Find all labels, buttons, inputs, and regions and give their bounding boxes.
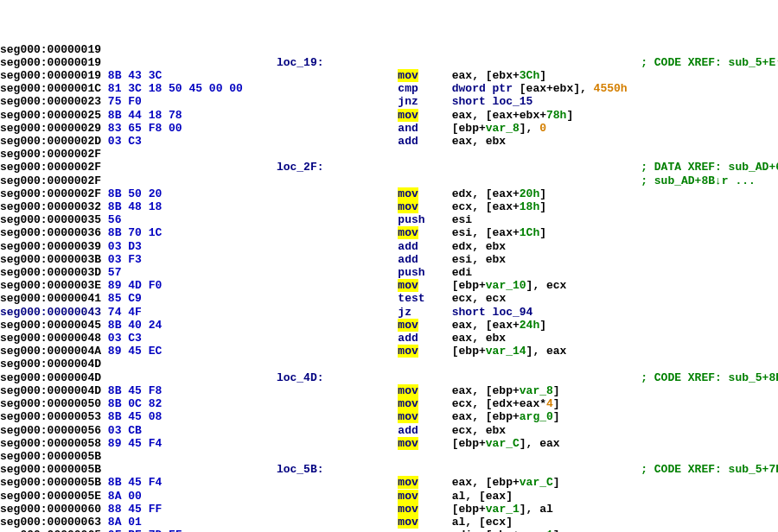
mnemonic: mov [398, 226, 418, 239]
opcode-bytes [108, 174, 277, 187]
disasm-line: seg000:00000048 03 C3 add eax, ebx [0, 332, 778, 345]
operand: [ [452, 503, 459, 516]
operand: eax [546, 345, 566, 358]
operand: ebp [459, 279, 479, 292]
operand: + [513, 109, 520, 122]
mnemonic: push [398, 213, 424, 226]
disasm-line: seg000:00000023 75 F0 jnz short loc_15 [0, 95, 778, 108]
operand: ebp [493, 529, 513, 532]
address: seg000:00000060 [0, 503, 101, 516]
disasm-line: seg000:00000032 8B 48 18 mov ecx, [eax+1… [0, 200, 778, 213]
operand: , [ [472, 187, 492, 200]
address: seg000:00000019 [0, 43, 101, 56]
operand: + [513, 69, 520, 82]
operand: eax [486, 490, 506, 503]
operand: ebx [493, 69, 513, 82]
address: seg000:0000002F [0, 148, 101, 161]
opcode-bytes: 57 [108, 266, 277, 279]
mnemonic: test [398, 292, 424, 305]
opcode-bytes: 8B 45 F4 [108, 476, 277, 489]
opcode-bytes: 83 65 F8 00 [108, 122, 277, 135]
opcode-bytes: 89 45 F4 [108, 437, 277, 450]
xref-comment: ; sub_AD+8B↓r ... [641, 174, 756, 187]
opcode-bytes: 03 C3 [108, 332, 277, 345]
operand: ] [539, 319, 546, 332]
address: seg000:00000032 [0, 200, 101, 213]
disasm-line: seg000:0000004A 89 45 EC mov [ebp+var_14… [0, 345, 778, 358]
mnemonic: mov [398, 397, 418, 410]
operand: 3Ch [520, 69, 539, 82]
address: seg000:00000039 [0, 240, 101, 253]
address: seg000:0000004D [0, 384, 101, 397]
code-label: loc_5B: [277, 463, 398, 476]
operand: eax [452, 384, 472, 397]
address: seg000:0000004D [0, 371, 101, 384]
disasm-line: seg000:0000003D 57 push edi [0, 266, 778, 279]
mnemonic: mov [398, 476, 418, 489]
operand: var_8 [486, 122, 520, 135]
code-label: loc_4D: [277, 371, 398, 384]
mnemonic: mov [398, 503, 418, 516]
operand: eax [452, 319, 472, 332]
operand: + [513, 529, 520, 532]
opcode-bytes [108, 43, 277, 56]
disassembly-listing: seg000:00000019 seg000:00000019 loc_19: … [0, 43, 778, 532]
address: seg000:00000053 [0, 410, 101, 423]
mnemonic: mov [398, 516, 418, 529]
mnemonic: mov [398, 384, 418, 397]
operand: ] [553, 397, 560, 410]
operand: , [ [472, 69, 492, 82]
disasm-line: seg000:0000002D 03 C3 add eax, ebx [0, 135, 778, 148]
mnemonic: add [398, 240, 418, 253]
address: seg000:00000023 [0, 95, 101, 108]
operand: var_C [520, 476, 553, 489]
operand: ebx [553, 82, 573, 95]
opcode-bytes: 03 C3 [108, 135, 277, 148]
operand: 24h [520, 319, 539, 332]
disasm-line: seg000:00000025 8B 44 18 78 mov eax, [ea… [0, 109, 778, 122]
opcode-bytes [108, 450, 277, 463]
opcode-bytes: 88 45 FF [108, 503, 277, 516]
opcode-bytes: 8B 70 1C [108, 226, 277, 239]
disasm-line: seg000:0000003E 89 4D F0 mov [ebp+var_10… [0, 279, 778, 292]
address: seg000:00000025 [0, 109, 101, 122]
operand: [ [452, 345, 459, 358]
disasm-line: seg000:0000002F ; sub_AD+8B↓r ... [0, 174, 778, 187]
mnemonic: movsx [398, 529, 431, 532]
disasm-line: seg000:0000003B 03 F3 add esi, ebx [0, 253, 778, 266]
operand: eax [526, 82, 546, 95]
disasm-line: seg000:00000056 03 CB add ecx, ebx [0, 424, 778, 437]
operand: eax [493, 187, 513, 200]
operand: eax [452, 109, 472, 122]
disasm-line: seg000:00000039 03 D3 add edx, ebx [0, 240, 778, 253]
operand: ecx [452, 397, 472, 410]
operand: [ [513, 82, 526, 95]
operand: esi [452, 253, 472, 266]
disasm-line: seg000:0000002F 8B 50 20 mov edx, [eax+2… [0, 187, 778, 200]
operand: ], [520, 122, 539, 135]
mnemonic: add [398, 135, 418, 148]
address: seg000:0000002D [0, 135, 101, 148]
disasm-line: seg000:0000004D 8B 45 F8 mov eax, [ebp+v… [0, 384, 778, 397]
operand: 4 [546, 397, 553, 410]
operand: ecx [546, 279, 566, 292]
opcode-bytes: 8A 00 [108, 490, 277, 503]
operand: ebx [486, 253, 506, 266]
operand: + [539, 109, 546, 122]
operand: al [539, 503, 553, 516]
opcode-bytes: 75 F0 [108, 95, 277, 108]
mnemonic: jz [398, 306, 411, 319]
opcode-bytes: 8B 43 3C [108, 69, 277, 82]
operand: , [ [465, 490, 485, 503]
opcode-bytes: 8B 48 18 [108, 200, 277, 213]
operand: edx [452, 240, 472, 253]
address: seg000:0000005E [0, 490, 101, 503]
operand: eax [452, 476, 472, 489]
operand: + [513, 384, 520, 397]
operand: ] [539, 69, 546, 82]
disasm-line: seg000:00000063 8A 01 mov al, [ecx] [0, 516, 778, 529]
address: seg000:0000002F [0, 161, 101, 174]
operand: eax [539, 437, 559, 450]
opcode-bytes [108, 148, 277, 161]
code-label: loc_19: [277, 56, 398, 69]
